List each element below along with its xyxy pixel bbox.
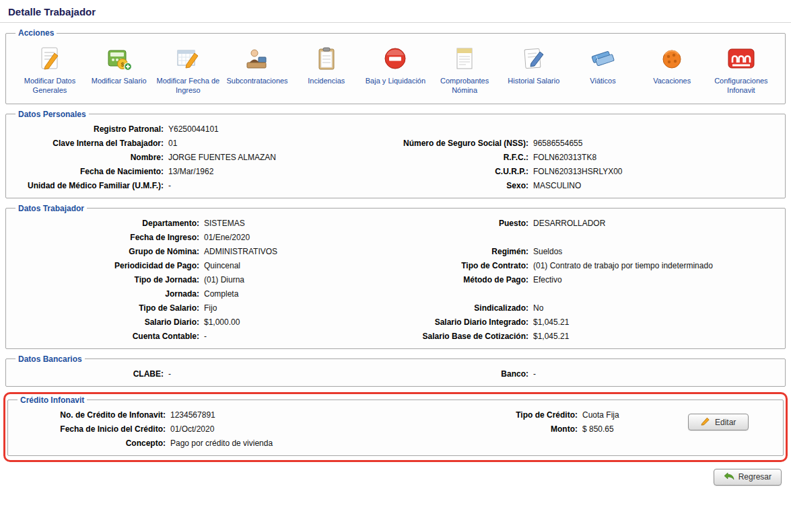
regresar-button-label: Regresar [738, 472, 771, 482]
field-value: (01) Diurna [204, 275, 389, 285]
field-label: Tipo de Contrato: [394, 261, 528, 271]
datos-personales-section: Datos Personales Registro Patronal: Y625… [5, 110, 786, 198]
history-document-icon [520, 43, 547, 75]
action-label: Vacaciones [653, 77, 691, 86]
page-title: Detalle Trabajador [8, 6, 783, 17]
datos-personales-grid: Registro Patronal: Y6250044101 Clave Int… [14, 122, 777, 191]
field-value: No [533, 303, 777, 313]
field-label: Tipo de Jornada: [14, 275, 199, 285]
field-value: Fijo [204, 303, 389, 313]
action-label: Configuraciones Infonavit [707, 77, 776, 96]
field-label: Sexo: [394, 181, 528, 191]
field-label: Método de Pago: [394, 275, 528, 285]
payroll-receipt-icon [451, 43, 478, 75]
field-label: CLABE: [14, 369, 164, 379]
field-label: Fecha de Nacimiento: [14, 167, 164, 177]
field-value: $1,000.00 [204, 317, 389, 328]
field-label: Clave Interna del Trabajador: [14, 139, 164, 149]
editar-cell: Editar [688, 414, 749, 430]
field-value: $1,045.21 [533, 332, 777, 342]
field-value: ADMINISTRATIVOS [204, 247, 389, 257]
action-configuraciones-infonavit[interactable]: Configuraciones Infonavit [707, 43, 776, 96]
field-value: 01 [168, 139, 389, 149]
field-value: Sueldos [533, 247, 777, 257]
credito-infonavit-legend: Crédito Infonavit [18, 395, 87, 405]
action-comprobantes-nomina[interactable]: Comprobantes Nómina [430, 43, 499, 96]
field-label: C.U.R.P.: [394, 167, 528, 177]
acciones-legend: Acciones [15, 28, 57, 38]
action-label: Historial Salario [508, 77, 559, 86]
datos-personales-legend: Datos Personales [15, 110, 89, 119]
action-baja-liquidacion[interactable]: Baja y Liquidación [361, 43, 429, 86]
editar-button[interactable]: Editar [688, 414, 749, 430]
salary-calculator-icon: $ [106, 43, 133, 75]
credito-infonavit-section: Crédito Infonavit No. de Crédito de Info… [7, 395, 784, 456]
field-value: - [168, 369, 389, 379]
svg-text:$: $ [121, 61, 124, 68]
field-label: Regimén: [394, 247, 528, 257]
field-label: No. de Crédito de Infonavit: [16, 410, 166, 420]
field-label: Unidad de Médico Familiar (U.M.F.): [14, 181, 164, 191]
page-header: Detalle Trabajador [0, 0, 791, 23]
action-subcontrataciones[interactable]: Subcontrataciones [223, 43, 291, 86]
field-label: Monto: [443, 424, 578, 434]
action-label: Comprobantes Nómina [430, 77, 499, 96]
field-label: Fecha de Ingreso: [14, 233, 199, 243]
field-value: JORGE FUENTES ALMAZAN [168, 153, 389, 163]
datos-trabajador-grid: Departamento: SISTEMAS Puesto: DESARROLL… [14, 216, 777, 342]
clipboard-icon [313, 43, 340, 75]
datos-bancarios-section: Datos Bancarios CLABE: - Banco: - [5, 354, 786, 387]
action-viaticos[interactable]: Viáticos [569, 43, 638, 86]
action-modificar-fecha-ingreso[interactable]: Modificar Fecha de Ingreso [153, 43, 222, 96]
edit-document-icon [36, 43, 63, 75]
vacation-icon [658, 43, 685, 75]
field-label: Número de Seguro Social (NSS): [394, 139, 528, 149]
action-incidencias[interactable]: Incidencias [292, 43, 361, 86]
footer: Regresar [0, 466, 791, 492]
action-label: Modificar Salario [92, 77, 147, 86]
field-label: Concepto: [16, 439, 166, 449]
action-modificar-salario[interactable]: $ Modificar Salario [85, 43, 153, 86]
calendar-edit-icon [174, 43, 201, 75]
field-value: 1234567891 [170, 410, 438, 420]
action-label: Modificar Fecha de Ingreso [153, 77, 222, 96]
action-label: Subcontrataciones [227, 77, 288, 86]
field-value: Quincenal [204, 261, 389, 271]
field-value: - [204, 332, 389, 342]
tickets-icon [590, 43, 617, 75]
field-value: Cuota Fija [582, 410, 683, 420]
field-value: - [168, 181, 389, 191]
field-value: Pago por crédito de vivienda [170, 439, 438, 449]
field-value: - [533, 369, 777, 379]
back-arrow-icon [724, 472, 734, 482]
action-vacaciones[interactable]: Vacaciones [638, 43, 706, 86]
action-historial-salario[interactable]: Historial Salario [500, 43, 568, 86]
field-label: Tipo de Salario: [14, 303, 199, 313]
datos-bancarios-legend: Datos Bancarios [15, 354, 85, 364]
field-value: 01/Ene/2020 [204, 233, 389, 243]
action-modificar-datos-generales[interactable]: Modificar Datos Generales [15, 43, 84, 96]
field-label: Salario Base de Cotización: [394, 332, 528, 342]
regresar-button[interactable]: Regresar [714, 469, 782, 486]
field-label: Cuenta Contable: [14, 332, 199, 342]
field-label: Banco: [394, 369, 528, 379]
field-label: Registro Patronal: [14, 124, 164, 135]
subcontracting-person-icon [244, 43, 271, 75]
field-value: FOLN620313TK8 [533, 153, 777, 163]
field-label: Fecha de Inicio del Crédito: [16, 424, 166, 434]
credito-infonavit-grid: No. de Crédito de Infonavit: 1234567891 … [16, 408, 775, 449]
field-label: Salario Diario: [14, 317, 199, 328]
datos-trabajador-section: Datos Trabajador Departamento: SISTEMAS … [5, 204, 786, 349]
field-value: DESARROLLADOR [533, 219, 777, 229]
actions-toolbar: Modificar Datos Generales $ Modificar Sa… [14, 40, 777, 97]
action-label: Viáticos [590, 77, 615, 86]
field-label: Grupo de Nómina: [14, 247, 199, 257]
action-label: Baja y Liquidación [366, 77, 425, 86]
field-value: $1,045.21 [533, 317, 777, 328]
field-value: MASCULINO [533, 181, 777, 191]
field-value: $ 850.65 [582, 424, 683, 434]
field-value: 96586554655 [533, 139, 777, 149]
field-label: Sindicalizado: [394, 303, 528, 313]
credito-infonavit-highlight: Crédito Infonavit No. de Crédito de Info… [3, 392, 788, 462]
field-value: Completa [204, 289, 389, 299]
